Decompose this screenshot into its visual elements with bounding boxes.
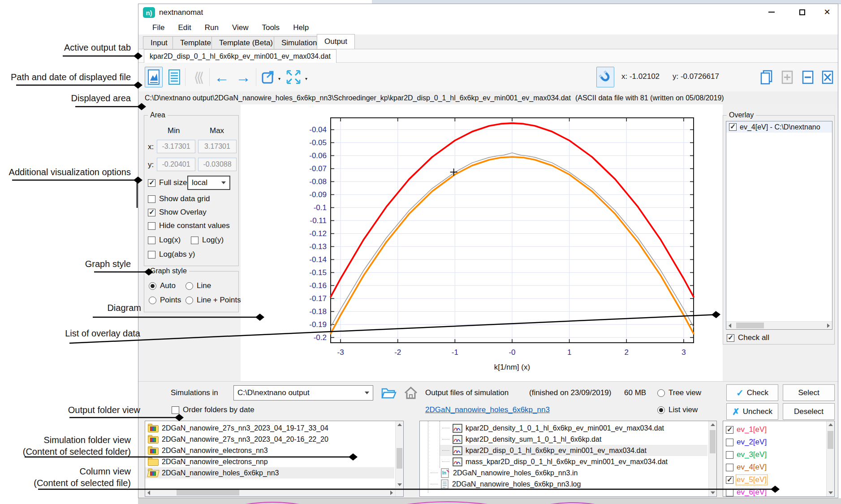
tab-input[interactable]: Input [143, 36, 175, 49]
column-item[interactable]: ev_6[eV] [723, 486, 825, 497]
menu-run[interactable]: Run [198, 22, 225, 34]
column-item[interactable]: ev_2[eV] [723, 436, 825, 448]
scrollbar-thumb[interactable] [397, 448, 402, 469]
folder-item[interactable]: 2DGaN_nanowire_27s_nn3_2023_04_20-16_22_… [145, 434, 394, 445]
simulations-path-combo[interactable]: C:\D\nextnano output [233, 385, 373, 401]
tab-output[interactable]: Output [317, 34, 355, 49]
file-item[interactable]: kpar2D_density_sum_1_0_1_hl_6x6kp.dat [440, 434, 707, 445]
scroll-down-icon[interactable] [828, 491, 833, 494]
uncheck-button[interactable]: ✗ Uncheck [726, 403, 778, 420]
x-min-field[interactable]: -3.17301 [157, 140, 195, 153]
check-button[interactable]: ✓ Check [726, 384, 778, 401]
file-item[interactable]: 2DGaN_nanowire_holes_6x6kp_nn3.log [428, 478, 707, 490]
snap-to-data-button[interactable] [596, 67, 614, 87]
fit-dropdown-caret[interactable]: ▾ [305, 76, 307, 81]
order-folders-checkbox[interactable]: Order folders by date [172, 405, 254, 414]
list-view-radio[interactable]: List view [657, 405, 698, 414]
text-view-button[interactable] [165, 67, 183, 87]
tab-template-beta[interactable]: Template (Beta) [211, 36, 280, 49]
file-vscrollbar[interactable] [708, 421, 716, 496]
home-button[interactable] [403, 385, 419, 403]
select-button[interactable]: Select [783, 384, 835, 401]
scrollbar-thumb[interactable] [710, 430, 716, 453]
file-item[interactable]: In 2DGaN_nanowire_holes_6x6kp_nn3.in [428, 467, 707, 478]
titlebar[interactable]: n) nextnanomat ✕ [138, 4, 838, 21]
column-vscrollbar[interactable] [826, 421, 834, 496]
menu-view[interactable]: View [225, 22, 255, 34]
scroll-up-icon[interactable] [828, 423, 833, 426]
scrollbar-thumb[interactable] [177, 490, 239, 495]
scale-combo[interactable]: local [187, 176, 230, 190]
export-dropdown-caret[interactable]: ▾ [278, 76, 280, 81]
forward-button[interactable]: → [234, 67, 252, 87]
file-item-selected[interactable]: kpar2D_disp_0_1_hl_6x6kp_ev_min001_ev_ma… [440, 445, 707, 456]
scrollbar-thumb[interactable] [828, 431, 833, 449]
show-overlay-checkbox[interactable]: Show Overlay [148, 208, 207, 217]
style-line-points-radio[interactable]: Line + Points [185, 296, 241, 305]
column-list[interactable]: ev_1[eV] ev_2[eV] ev_3[eV] ev_4[eV] ev_5… [723, 421, 835, 497]
x-max-field[interactable]: 3.17301 [198, 140, 237, 153]
folder-item[interactable]: 2DGaN_nanowire_electrons_nnp [145, 456, 394, 467]
folder-hscrollbar[interactable] [145, 488, 395, 496]
fit-to-window-button[interactable] [285, 67, 302, 87]
scrollbar-thumb[interactable] [736, 323, 764, 328]
y-min-field[interactable]: -0.20401 [157, 158, 195, 171]
scroll-down-icon[interactable] [397, 483, 402, 486]
style-points-radio[interactable]: Points [149, 296, 181, 305]
overlay-item[interactable]: ev_4[eV] - C:\D\nextnano [726, 121, 832, 133]
column-item-focused[interactable]: ev_5[eV] [723, 474, 825, 486]
active-output-subtab[interactable]: kpar2D_disp_0_1_hl_6x6kp_ev_min001_ev_ma… [144, 49, 336, 63]
scroll-left-icon[interactable] [729, 323, 731, 328]
scroll-right-icon[interactable] [827, 323, 830, 328]
new-view-button[interactable] [758, 67, 776, 87]
folder-item-selected[interactable]: 2DGaN_nanowire_holes_6x6kp_nn3 [145, 467, 394, 478]
output-folder-list[interactable]: 2DGaN_nanowire_27s_nn3_2023_04_19-17_33_… [145, 421, 404, 497]
overlay-hscrollbar[interactable] [726, 321, 832, 329]
animate-button[interactable]: ⟨⟨⟨ [189, 67, 207, 87]
close-view-button[interactable] [819, 67, 837, 87]
add-view-button[interactable] [778, 67, 796, 87]
menu-edit[interactable]: Edit [171, 22, 198, 34]
column-item[interactable]: ev_4[eV] [723, 461, 825, 474]
log-x-checkbox[interactable]: Log(x) [148, 236, 181, 245]
close-button[interactable]: ✕ [818, 5, 837, 19]
column-item[interactable]: ev_3[eV] [723, 448, 825, 461]
show-data-grid-checkbox[interactable]: Show data grid [148, 194, 210, 203]
column-item[interactable]: ev_1[eV] [723, 423, 825, 436]
simulation-link[interactable]: 2DGaN_nanowire_holes_6x6kp_nn3 [425, 405, 550, 414]
style-line-radio[interactable]: Line [185, 281, 211, 290]
folder-item[interactable]: 2DGaN_nanowire_electrons_nn3 [145, 445, 394, 456]
check-all-checkbox[interactable]: Check all [727, 333, 769, 342]
log-y-checkbox[interactable]: Log(y) [191, 236, 224, 245]
scroll-up-icon[interactable] [711, 423, 715, 426]
folder-vscrollbar[interactable] [395, 421, 403, 496]
style-auto-radio[interactable]: Auto [149, 281, 176, 290]
dispersion-chart[interactable]: -3-2-1-0123-0.04-0.05-0.06-0.07-0.08-0.0… [241, 104, 723, 381]
minimize-button[interactable] [762, 5, 781, 19]
scroll-up-icon[interactable] [397, 423, 402, 426]
browse-folder-button[interactable] [380, 385, 397, 402]
folder-item[interactable]: 2DGaN_nanowire_27s_nn3_2023_04_19-17_33_… [145, 422, 394, 434]
menu-tools[interactable]: Tools [255, 22, 286, 34]
log-abs-y-checkbox[interactable]: Log(abs y) [148, 250, 195, 259]
export-button[interactable] [259, 67, 277, 87]
maximize-button[interactable] [793, 5, 811, 19]
file-item[interactable]: mass_kpar2D_disp_0_1_hl_6x6kp_ev_min001_… [440, 456, 707, 467]
scroll-right-icon[interactable] [390, 491, 393, 495]
menu-help[interactable]: Help [286, 22, 315, 34]
menu-file[interactable]: File [146, 22, 171, 34]
hide-constant-checkbox[interactable]: Hide constant values [148, 221, 230, 230]
tree-view-radio[interactable]: Tree view [657, 388, 701, 397]
simulation-file-list[interactable]: kpar2D_density_1_0_1_hl_6x6kp_ev_min001_… [419, 421, 717, 497]
back-button[interactable]: ← [213, 67, 231, 87]
y-max-field[interactable]: -0.03088 [198, 158, 237, 171]
deselect-button[interactable]: Deselect [783, 403, 835, 420]
remove-view-button[interactable] [799, 67, 817, 87]
overlay-list[interactable]: ev_4[eV] - C:\D\nextnano [726, 121, 832, 330]
scroll-left-icon[interactable] [147, 491, 150, 495]
file-item[interactable]: kpar2D_density_1_0_1_hl_6x6kp_ev_min001_… [440, 422, 707, 434]
diagram-panel[interactable]: -3-2-1-0123-0.04-0.05-0.06-0.07-0.08-0.0… [241, 104, 723, 381]
full-size-checkbox[interactable]: Full size [148, 178, 187, 187]
plot-view-button[interactable] [145, 67, 163, 87]
scroll-down-icon[interactable] [711, 491, 715, 494]
